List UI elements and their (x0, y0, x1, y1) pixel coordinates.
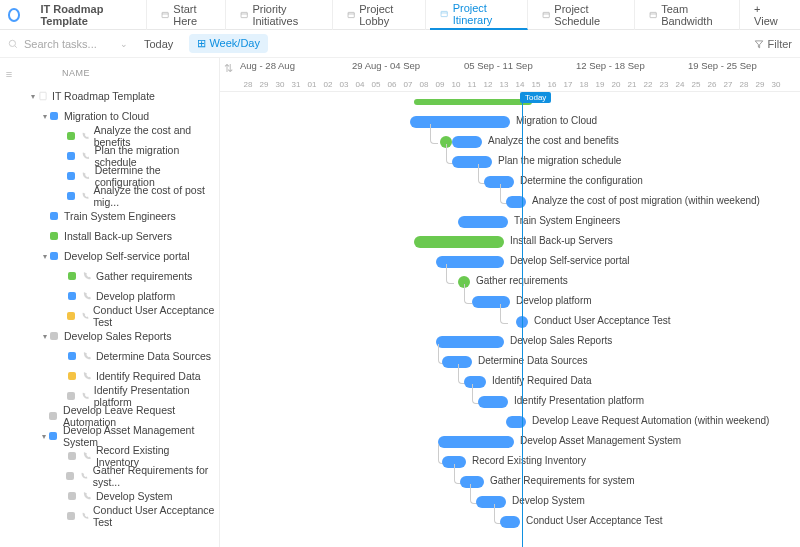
gantt-chart[interactable]: ⇅ Aug - 28 Aug29 Aug - 04 Sep05 Sep - 11… (220, 58, 800, 547)
tree-row[interactable]: Analyze the cost of post mig... (0, 186, 219, 206)
tab-project-schedule[interactable]: Project Schedule (532, 0, 635, 30)
tree-row[interactable]: Develop System (0, 486, 219, 506)
toggle-icon[interactable]: ▾ (28, 92, 38, 101)
tree-row[interactable]: Develop platform (0, 286, 219, 306)
tree-row[interactable]: Conduct User Acceptance Test (0, 506, 219, 526)
task-tree: ≡ NAME ▾IT Roadmap Template▾Migration to… (0, 58, 220, 547)
tree-row[interactable]: Record Existing Inventory (0, 446, 219, 466)
gantt-bar[interactable] (410, 116, 510, 128)
doc-icon (38, 91, 48, 101)
week-label: 19 Sep - 25 Sep (688, 60, 757, 71)
gantt-row[interactable]: Gather requirements (220, 272, 800, 292)
bar-label: Record Existing Inventory (472, 455, 586, 466)
tab-priority-initiatives[interactable]: Priority Initiatives (230, 0, 333, 30)
collapse-all-icon[interactable]: ≡ (0, 62, 18, 86)
day-label: 27 (720, 80, 736, 89)
gantt-row[interactable]: Record Existing Inventory (220, 452, 800, 472)
tree-row[interactable]: ▾Migration to Cloud (0, 106, 219, 126)
gantt-bar[interactable] (478, 396, 508, 408)
weekday-toggle[interactable]: ⊞ Week/Day (189, 34, 268, 53)
day-label: 17 (560, 80, 576, 89)
gantt-row[interactable]: Develop Leave Request Automation (within… (220, 412, 800, 432)
task-name: Train System Engineers (64, 210, 176, 222)
day-label: 13 (496, 80, 512, 89)
phone-icon (81, 171, 90, 181)
status-square (67, 132, 75, 140)
gantt-bar[interactable] (442, 356, 472, 368)
gantt-row[interactable]: Install Back-up Servers (220, 232, 800, 252)
gantt-row[interactable]: Plan the migration schedule (220, 152, 800, 172)
gantt-row[interactable]: Analyze the cost and benefits (220, 132, 800, 152)
tab-project-lobby[interactable]: Project Lobby (337, 0, 426, 30)
gantt-body[interactable]: Today Migration to CloudAnalyze the cost… (220, 92, 800, 547)
tree-row[interactable]: Train System Engineers (0, 206, 219, 226)
tree-row[interactable]: Develop Leave Request Automation (0, 406, 219, 426)
tree-row[interactable]: ▾Develop Self-service portal (0, 246, 219, 266)
gantt-row[interactable]: Migration to Cloud (220, 112, 800, 132)
tree-row[interactable]: Identify Presentation platform (0, 386, 219, 406)
gantt-row[interactable]: Train System Engineers (220, 212, 800, 232)
task-name: Install Back-up Servers (64, 230, 172, 242)
tab-project-itinerary[interactable]: Project Itinerary (430, 0, 528, 30)
gantt-row[interactable]: Gather Requirements for system (220, 472, 800, 492)
tree-row[interactable]: ▾Develop Asset Management System (0, 426, 219, 446)
day-label: 30 (768, 80, 784, 89)
gantt-bar[interactable] (414, 236, 504, 248)
toggle-icon[interactable]: ▾ (40, 112, 50, 121)
tree-row[interactable]: Determine Data Sources (0, 346, 219, 366)
status-square (50, 252, 58, 260)
tree-row[interactable]: Plan the migration schedule (0, 146, 219, 166)
tree-row[interactable]: Determine the configuration (0, 166, 219, 186)
gantt-bar[interactable] (436, 336, 504, 348)
gantt-bar[interactable] (506, 196, 526, 208)
status-square (50, 232, 58, 240)
tree-row[interactable]: Conduct User Acceptance Test (0, 306, 219, 326)
gantt-bar[interactable] (506, 416, 526, 428)
day-label: 11 (464, 80, 480, 89)
day-label: 21 (624, 80, 640, 89)
tree-row[interactable]: Gather Requirements for syst... (0, 466, 219, 486)
search-input[interactable]: Search tasks... ⌄ (8, 38, 128, 50)
gantt-row[interactable]: Develop platform (220, 292, 800, 312)
tree-row[interactable]: Install Back-up Servers (0, 226, 219, 246)
tree-row[interactable]: ▾Develop Sales Reports (0, 326, 219, 346)
gantt-row[interactable]: Identify Presentation platform (220, 392, 800, 412)
gantt-bar[interactable] (458, 216, 508, 228)
tree-row[interactable]: ▾IT Roadmap Template (0, 86, 219, 106)
today-button[interactable]: Today (136, 35, 181, 53)
tree-row[interactable]: Analyze the cost and benefits (0, 126, 219, 146)
tab-title[interactable]: IT Roadmap Template (30, 0, 147, 30)
gantt-row[interactable]: Develop Sales Reports (220, 332, 800, 352)
status-square (50, 112, 58, 120)
filter-button[interactable]: Filter (754, 38, 792, 50)
day-label: 26 (704, 80, 720, 89)
day-label: 25 (688, 80, 704, 89)
gantt-bar[interactable] (452, 136, 482, 148)
gantt-row[interactable]: Identify Required Data (220, 372, 800, 392)
tab-start-here[interactable]: Start Here (151, 0, 226, 30)
gantt-row[interactable]: Develop System (220, 492, 800, 512)
day-label: 04 (352, 80, 368, 89)
gantt-row[interactable]: Develop Self-service portal (220, 252, 800, 272)
gantt-row[interactable]: Determine Data Sources (220, 352, 800, 372)
status-square (67, 312, 75, 320)
toggle-icon[interactable]: ▾ (40, 332, 50, 341)
gantt-bar[interactable] (484, 176, 514, 188)
gantt-row[interactable]: Determine the configuration (220, 172, 800, 192)
tab-team-bandwidth[interactable]: Team Bandwidth (639, 0, 740, 30)
gantt-row[interactable]: Analyze the cost of post migration (with… (220, 192, 800, 212)
tree-row[interactable]: Gather requirements (0, 266, 219, 286)
bar-label: Train System Engineers (514, 215, 620, 226)
gantt-bar[interactable] (452, 156, 492, 168)
gantt-row[interactable]: Develop Asset Management System (220, 432, 800, 452)
sort-icon[interactable]: ⇅ (224, 62, 233, 75)
tree-row[interactable]: Identify Required Data (0, 366, 219, 386)
add-view-button[interactable]: + View (744, 0, 792, 30)
gantt-bar[interactable] (438, 436, 514, 448)
gantt-row[interactable]: Conduct User Acceptance Test (220, 312, 800, 332)
toggle-icon[interactable]: ▾ (40, 432, 49, 441)
gantt-row[interactable]: Conduct User Acceptance Test (220, 512, 800, 532)
task-name: Gather Requirements for syst... (93, 464, 215, 488)
gantt-bar[interactable] (500, 516, 520, 528)
toggle-icon[interactable]: ▾ (40, 252, 50, 261)
